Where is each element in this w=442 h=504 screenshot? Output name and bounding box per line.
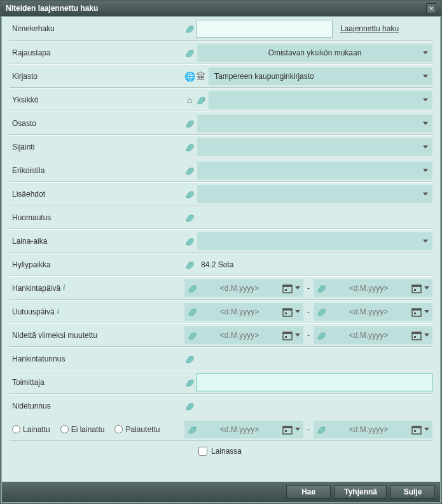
kirjasto-dropdown[interactable]: Tampereen kaupunginkirjasto	[209, 67, 432, 85]
label-hyllypaikka: Hyllypaikka	[10, 260, 184, 269]
eraser-icon[interactable]	[316, 425, 326, 434]
radio-lainattu[interactable]: Lainattu	[12, 425, 50, 434]
info-icon[interactable]: i	[63, 283, 65, 293]
lisaehdot-dropdown[interactable]	[197, 185, 432, 203]
eraser-icon[interactable]	[187, 331, 197, 340]
eraser-icon[interactable]	[184, 166, 195, 175]
row-toimittaja: Toimittaja	[10, 370, 432, 394]
label-nimekehaku: Nimekehaku	[10, 24, 184, 33]
eraser-icon[interactable]	[187, 425, 197, 434]
eraser-icon[interactable]	[187, 284, 197, 293]
toimittaja-input[interactable]	[196, 374, 432, 391]
chevron-down-icon[interactable]	[424, 428, 430, 431]
eraser-icon[interactable]	[187, 307, 197, 316]
laina-aika-dropdown[interactable]	[197, 232, 432, 250]
osasto-dropdown[interactable]	[197, 115, 432, 132]
calendar-icon[interactable]	[282, 306, 293, 318]
erikoistila-dropdown[interactable]	[197, 162, 432, 179]
chevron-down-icon[interactable]	[294, 310, 301, 313]
hankintapaiva-from-input[interactable]	[198, 284, 280, 293]
row-lainassa: Lainassa	[10, 441, 432, 461]
dialog-footer: Hae Tyhjennä Sulje	[2, 482, 440, 502]
hankintapaiva-to-input[interactable]	[328, 284, 410, 293]
label-toimittaja: Toimittaja	[10, 378, 184, 387]
svg-marker-26	[189, 333, 196, 339]
eraser-icon[interactable]	[196, 95, 206, 104]
svg-marker-10	[189, 286, 196, 292]
radio-ei-lainattu[interactable]: Ei lainattu	[60, 425, 105, 434]
home-icon[interactable]: ⌂	[184, 95, 195, 105]
svg-marker-6	[186, 192, 193, 198]
svg-rect-13	[285, 289, 287, 291]
calendar-icon[interactable]	[411, 306, 422, 318]
eraser-icon[interactable]	[184, 48, 195, 57]
nidetta-to-input[interactable]	[328, 331, 410, 340]
form-area: Nimekehaku Laajennettu haku Rajaustapa O…	[2, 17, 440, 482]
svg-marker-41	[318, 427, 325, 433]
yksikko-dropdown[interactable]	[209, 91, 432, 109]
lainassa-checkbox[interactable]	[198, 447, 207, 456]
calendar-icon[interactable]	[282, 330, 293, 341]
svg-rect-44	[414, 430, 416, 432]
label-yksikko: Yksikkö	[10, 95, 184, 104]
row-lisaehdot: Lisäehdot	[10, 182, 432, 206]
eraser-icon[interactable]	[184, 402, 195, 410]
eraser-icon[interactable]	[184, 24, 195, 33]
svg-marker-0	[186, 26, 193, 32]
eraser-icon[interactable]	[316, 331, 326, 340]
nidetta-from-input[interactable]	[198, 331, 280, 340]
eraser-icon[interactable]	[316, 284, 326, 293]
chevron-down-icon[interactable]	[294, 428, 301, 431]
calendar-icon[interactable]	[411, 424, 422, 435]
eraser-icon[interactable]	[184, 213, 195, 222]
sijainti-dropdown[interactable]	[197, 138, 432, 156]
calendar-icon[interactable]	[282, 424, 293, 435]
extended-search-link[interactable]: Laajennettu haku	[340, 24, 399, 33]
svg-marker-35	[186, 380, 193, 386]
eraser-icon[interactable]	[184, 260, 195, 269]
radio-palautettu[interactable]: Palautettu	[114, 425, 160, 434]
uutuuspaiva-to-input[interactable]	[328, 307, 410, 316]
chevron-down-icon	[423, 51, 428, 54]
row-huomautus: Huomautus	[10, 206, 432, 229]
globe-icon[interactable]: 🌐	[184, 71, 195, 81]
calendar-icon[interactable]	[411, 283, 422, 294]
chevron-down-icon[interactable]	[424, 310, 430, 313]
calendar-icon[interactable]	[411, 330, 422, 341]
chevron-down-icon[interactable]	[294, 333, 301, 337]
eraser-icon[interactable]	[184, 190, 195, 199]
chevron-down-icon[interactable]	[424, 333, 430, 337]
calendar-icon[interactable]	[282, 283, 293, 294]
hae-button[interactable]: Hae	[286, 485, 331, 499]
eraser-icon[interactable]	[184, 354, 195, 363]
nimekehaku-input[interactable]	[196, 20, 333, 38]
row-nidetta-viimeksi: Nidettä viimeksi muutettu -	[10, 323, 432, 347]
loan-from-input[interactable]	[198, 425, 280, 434]
svg-rect-25	[414, 312, 416, 314]
svg-marker-36	[186, 403, 193, 410]
svg-marker-8	[186, 239, 193, 245]
info-icon[interactable]: i	[57, 307, 59, 316]
loan-to-input[interactable]	[328, 425, 410, 434]
building-icon[interactable]: 🏛	[196, 71, 206, 81]
label-kirjasto: Kirjasto	[10, 72, 184, 81]
label-huomautus: Huomautus	[10, 213, 184, 222]
label-laina-aika: Laina-aika	[10, 237, 184, 246]
eraser-icon[interactable]	[184, 143, 195, 151]
uutuuspaiva-from-input[interactable]	[198, 307, 280, 316]
row-kirjasto: Kirjasto 🌐 🏛 Tampereen kaupunginkirjasto	[10, 64, 432, 88]
dialog-title: Niteiden laajennettu haku	[6, 4, 98, 13]
svg-marker-34	[186, 356, 193, 363]
rajaustapa-dropdown[interactable]: Omistavan yksikön mukaan	[197, 44, 432, 62]
svg-rect-20	[283, 309, 292, 311]
chevron-down-icon[interactable]	[294, 286, 301, 290]
eraser-icon[interactable]	[184, 378, 195, 387]
chevron-down-icon[interactable]	[424, 286, 430, 290]
tyhjenna-button[interactable]: Tyhjennä	[335, 485, 387, 499]
svg-marker-7	[186, 215, 193, 221]
eraser-icon[interactable]	[184, 119, 195, 128]
close-icon[interactable]: ✕	[426, 3, 436, 13]
eraser-icon[interactable]	[184, 237, 195, 246]
sulje-button[interactable]: Sulje	[390, 485, 435, 499]
eraser-icon[interactable]	[316, 307, 326, 316]
